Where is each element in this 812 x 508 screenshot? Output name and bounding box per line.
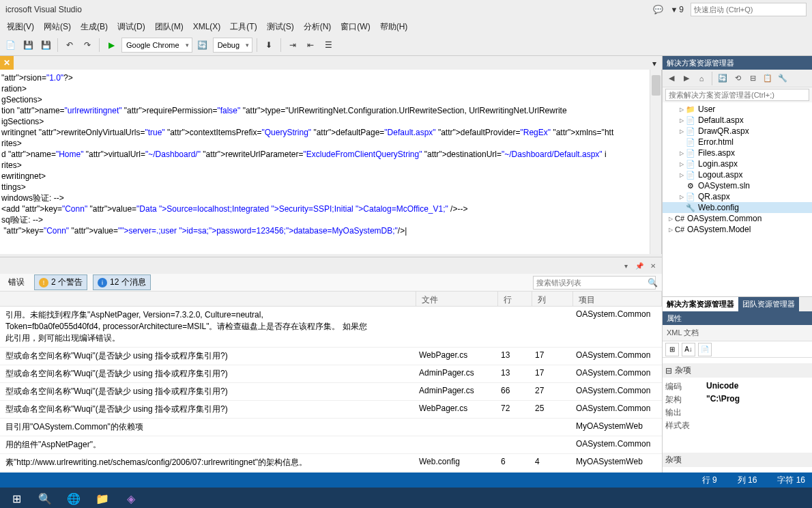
- dropdown-icon[interactable]: ▾: [621, 261, 630, 270]
- property-row[interactable]: 编码Unicode: [665, 380, 809, 393]
- indent-button[interactable]: ⇥: [285, 38, 300, 53]
- undo-button[interactable]: ↶: [62, 38, 77, 53]
- close-tab-button[interactable]: ✕: [0, 56, 14, 70]
- errors-filter[interactable]: 错误: [4, 275, 29, 290]
- error-row[interactable]: 用的组件"AspNetPager"。OASystem.Common: [0, 436, 662, 454]
- menu-item[interactable]: 视图(V): [3, 20, 38, 34]
- solution-explorer-title: 解决方案资源管理器: [663, 56, 812, 70]
- outdent-button[interactable]: ⇤: [303, 38, 318, 53]
- save-button[interactable]: 💾: [20, 38, 35, 53]
- warnings-filter[interactable]: !2 个警告: [34, 274, 87, 290]
- tree-item[interactable]: ⚙OASystem.sln: [663, 180, 812, 191]
- status-col: 列 16: [738, 475, 757, 486]
- code-editor[interactable]: "attr">rsion="1.0"?>ration>gSections>tio…: [0, 70, 662, 254]
- property-row[interactable]: 架构"C:\Prog: [665, 393, 809, 406]
- forward-icon[interactable]: ▶: [680, 72, 693, 85]
- windows-taskbar: ⊞ 🔍 🌐 📁 ◈: [0, 488, 812, 508]
- solution-toolbar: ◀ ▶ ⌂ 🔄 ⟲ ⊟ 📋 🔧: [663, 70, 812, 87]
- error-columns: 文件 行 列 项目: [0, 292, 662, 307]
- format-button[interactable]: ☰: [321, 38, 336, 53]
- start-button[interactable]: ⊞: [3, 489, 30, 508]
- browser-select[interactable]: Google Chrome: [121, 38, 192, 53]
- property-row[interactable]: 样式表: [665, 419, 809, 432]
- search-icon[interactable]: 🔍: [31, 489, 59, 508]
- main-toolbar: 📄 💾 💾 ↶ ↷ ▶ Google Chrome 🔄 Debug ⬇ ⇥ ⇤ …: [0, 34, 812, 56]
- home-icon[interactable]: ⌂: [695, 72, 708, 85]
- props-doc-type: XML 文档: [663, 325, 812, 341]
- menu-item[interactable]: 窗口(W): [336, 20, 374, 34]
- save-all-button[interactable]: 💾: [38, 38, 53, 53]
- title-bar: icrosoft Visual Studio 💬 ▼9: [0, 0, 812, 19]
- sync-icon[interactable]: ⟲: [731, 72, 744, 85]
- tree-item[interactable]: ▷📄Logout.aspx: [663, 169, 812, 180]
- tab-team-explorer[interactable]: 团队资源管理器: [738, 297, 799, 311]
- solution-tree[interactable]: ▷📁User▷📄Default.aspx▷📄DrawQR.aspx📄Error.…: [663, 102, 812, 296]
- editor-tabs: ✕ ▾: [0, 56, 662, 70]
- redo-button[interactable]: ↷: [80, 38, 95, 53]
- refresh-icon[interactable]: 🔄: [716, 72, 729, 85]
- menu-item[interactable]: 帮助(H): [376, 20, 412, 34]
- menu-bar: 视图(V)网站(S)生成(B)调试(D)团队(M)XML(X)工具(T)测试(S…: [0, 19, 812, 34]
- menu-item[interactable]: 测试(S): [263, 20, 298, 34]
- error-row[interactable]: 目引用"OASystem.Common"的依赖项MyOASystemWeb: [0, 419, 662, 436]
- messages-filter[interactable]: i12 个消息: [93, 274, 151, 290]
- tree-item[interactable]: ▷C#OASystem.Model: [663, 224, 812, 235]
- menu-item[interactable]: XML(X): [189, 20, 225, 33]
- menu-item[interactable]: 团队(M): [151, 20, 188, 34]
- solution-search-input[interactable]: [665, 89, 809, 101]
- refresh-button[interactable]: 🔄: [195, 38, 210, 53]
- menu-item[interactable]: 调试(D): [113, 20, 149, 34]
- status-bar: 行 9 列 16 字符 16: [0, 472, 812, 488]
- error-search-input[interactable]: [533, 276, 656, 290]
- status-line: 行 9: [702, 475, 717, 486]
- app-title: icrosoft Visual Studio: [5, 5, 82, 14]
- config-select[interactable]: Debug: [213, 38, 252, 53]
- show-all-icon[interactable]: 📋: [762, 72, 774, 85]
- error-row[interactable]: 引用。未能找到程序集"AspNetPager, Version=7.3.2.0,…: [0, 307, 662, 348]
- alphabetical-icon[interactable]: A↓: [682, 343, 695, 356]
- quick-launch-input[interactable]: [691, 3, 807, 16]
- vs-icon[interactable]: ◈: [117, 489, 145, 508]
- prop-category[interactable]: ⊟杂项: [663, 363, 812, 378]
- menu-item[interactable]: 网站(S): [40, 20, 75, 34]
- tree-item[interactable]: 🔧Web.config: [663, 202, 812, 213]
- error-row[interactable]: 型或命名空间名称"Wuqi"(是否缺少 using 指令或程序集引用?)WebP…: [0, 401, 662, 419]
- tree-item[interactable]: ▷📄QR.aspx: [663, 191, 812, 202]
- menu-item[interactable]: 工具(T): [226, 20, 261, 34]
- property-row[interactable]: 输出: [665, 406, 809, 419]
- prop-footer: 杂项: [663, 453, 812, 467]
- menu-item[interactable]: 分析(N): [300, 20, 336, 34]
- properties-panel: 属性 XML 文档 ⊞ A↓ 📄 ⊟杂项 编码Unicode架构"C:\Prog…: [663, 311, 812, 472]
- pin-icon[interactable]: 📌: [635, 261, 644, 270]
- status-char: 字符 16: [777, 475, 805, 486]
- tab-solution-explorer[interactable]: 解决方案资源管理器: [663, 297, 738, 311]
- error-list-panel: ▾ 📌 ✕ 错误 !2 个警告 i12 个消息 🔍 文件 行 列 项目 引用。未…: [0, 257, 662, 472]
- tree-item[interactable]: ▷📄Files.aspx: [663, 147, 812, 158]
- back-icon[interactable]: ◀: [665, 72, 678, 85]
- menu-item[interactable]: 生成(B): [76, 20, 112, 34]
- step-button[interactable]: ⬇: [261, 38, 276, 53]
- notification-flag[interactable]: ▼9: [670, 5, 684, 14]
- close-icon[interactable]: ✕: [648, 261, 658, 270]
- error-row[interactable]: 型或命名空间名称"Wuqi"(是否缺少 using 指令或程序集引用?)WebP…: [0, 348, 662, 365]
- new-file-button[interactable]: 📄: [3, 38, 18, 53]
- tree-item[interactable]: ▷📄Login.aspx: [663, 158, 812, 169]
- properties-icon[interactable]: 🔧: [777, 72, 789, 85]
- folder-icon[interactable]: 📁: [89, 489, 116, 508]
- tab-dropdown[interactable]: ▾: [647, 56, 662, 71]
- tree-item[interactable]: ▷📁User: [663, 104, 812, 115]
- tree-item[interactable]: ▷📄DrawQR.aspx: [663, 126, 812, 137]
- search-icon[interactable]: 🔍: [648, 278, 658, 287]
- start-button[interactable]: ▶: [104, 38, 119, 53]
- categorized-icon[interactable]: ⊞: [665, 343, 679, 356]
- tree-item[interactable]: 📄Error.html: [663, 137, 812, 147]
- error-row[interactable]: 型或命名空间名称"Wuqi"(是否缺少 using 指令或程序集引用?)Admi…: [0, 383, 662, 401]
- collapse-icon[interactable]: ⊟: [746, 72, 759, 85]
- error-row[interactable]: 型或命名空间名称"Wuqi"(是否缺少 using 指令或程序集引用?)Admi…: [0, 365, 662, 383]
- tree-item[interactable]: ▷📄Default.aspx: [663, 115, 812, 126]
- edge-icon[interactable]: 🌐: [60, 489, 87, 508]
- feedback-icon[interactable]: 💬: [653, 5, 663, 14]
- props-page-icon[interactable]: 📄: [698, 343, 712, 356]
- tree-item[interactable]: ▷C#OASystem.Common: [663, 213, 812, 224]
- error-row[interactable]: 素"http://www.urlrewriting.net/schemas/co…: [0, 454, 662, 472]
